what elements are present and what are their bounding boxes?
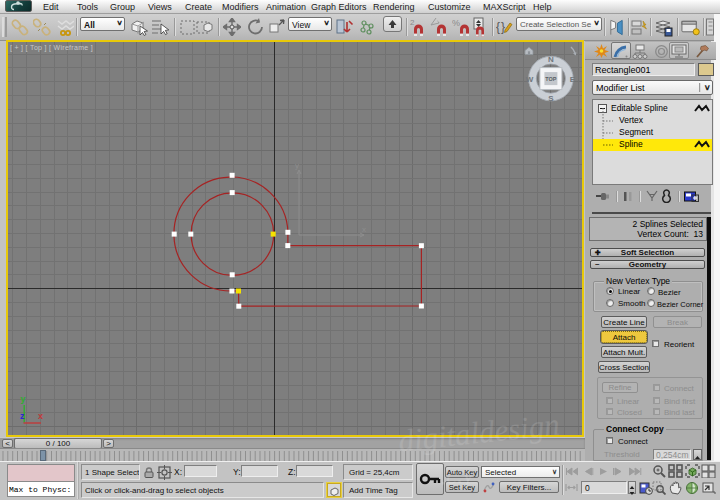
svg-text:y: y xyxy=(21,394,26,404)
svg-text:x: x xyxy=(38,411,43,421)
svg-text:%: % xyxy=(452,18,460,28)
svg-text:x: x xyxy=(362,225,366,234)
svg-text:N: N xyxy=(548,55,554,64)
svg-text:E: E xyxy=(570,75,576,84)
svg-text:TOP: TOP xyxy=(545,76,557,82)
svg-text:z: z xyxy=(20,411,25,421)
svg-text:y: y xyxy=(295,161,299,170)
svg-text:2: 2 xyxy=(410,18,415,27)
svg-text:{: { xyxy=(496,20,500,34)
svg-text:S: S xyxy=(548,94,554,103)
svg-text:W: W xyxy=(526,75,534,84)
